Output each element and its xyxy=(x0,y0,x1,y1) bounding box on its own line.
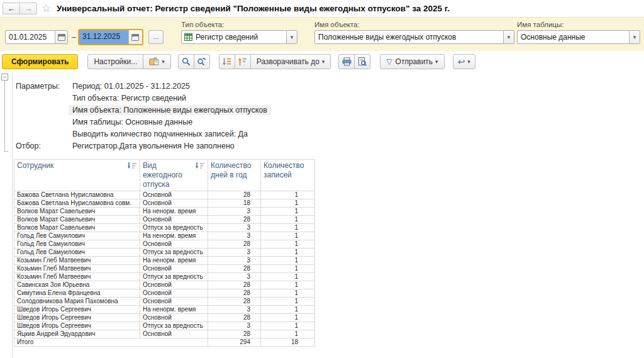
table-name-dropdown[interactable]: Основные данные ▾ xyxy=(517,30,640,44)
table-row[interactable]: Бажова Светлана Нурисламовна совм.Основн… xyxy=(14,199,315,208)
parameter-value[interactable]: Тип объекта: Регистр сведений xyxy=(72,94,186,103)
related-reports-button[interactable]: ↩ ▾ xyxy=(453,54,475,69)
days-cell[interactable]: 3 xyxy=(208,208,261,216)
days-cell[interactable]: 3 xyxy=(208,306,261,314)
employee-cell[interactable]: Гольд Лев Самуилович xyxy=(14,249,140,257)
parameter-line[interactable]: Выводить количество подчиненных записей:… xyxy=(16,128,271,140)
vacation-type-cell[interactable]: Основной xyxy=(140,199,208,208)
records-cell[interactable]: 1 xyxy=(261,314,315,322)
object-name-dropdown[interactable]: Положенные виды ежегодных отпусков ▾ xyxy=(314,30,514,44)
table-row[interactable]: Гольд Лев СамуиловичНа ненорм. время31 xyxy=(14,232,315,240)
records-cell[interactable]: 1 xyxy=(261,322,315,330)
print-button[interactable] xyxy=(338,54,355,69)
total-row[interactable]: Итого 294 18 xyxy=(14,338,315,347)
print-preview-button[interactable] xyxy=(354,54,370,69)
days-cell[interactable]: 28 xyxy=(208,216,261,224)
total-days-cell[interactable]: 294 xyxy=(208,338,261,347)
records-cell[interactable]: 1 xyxy=(261,289,315,298)
forward-button[interactable]: → xyxy=(19,3,37,14)
vacation-type-cell[interactable]: На ненорм. время xyxy=(140,306,208,314)
employee-cell[interactable]: Волков Марат Савельевич xyxy=(14,216,140,224)
records-cell[interactable]: 1 xyxy=(261,330,315,338)
favorite-star-icon[interactable]: ☆ xyxy=(42,2,51,15)
employee-cell[interactable]: Бажова Светлана Нурисламовна xyxy=(14,191,140,199)
table-name-value[interactable]: Основные данные xyxy=(518,31,629,43)
table-row[interactable]: Шведов Игорь СергеевичОтпуск за вредност… xyxy=(14,322,315,330)
records-cell[interactable]: 1 xyxy=(261,249,315,257)
employee-cell[interactable]: Савинская Зоя Юрьевна xyxy=(14,281,140,289)
parameter-value-selected[interactable]: Имя объекта: Положенные виды ежегодных о… xyxy=(69,105,271,115)
calendar-button[interactable] xyxy=(128,30,141,44)
chevron-down-icon[interactable]: ▾ xyxy=(503,31,514,43)
parameter-line[interactable]: Тип объекта: Регистр сведений xyxy=(16,92,271,104)
records-cell[interactable]: 1 xyxy=(261,191,315,199)
period-to-field[interactable]: 31.12.2025 xyxy=(78,29,143,45)
days-cell[interactable]: 28 xyxy=(208,330,261,338)
vacation-type-cell[interactable]: Основной xyxy=(140,298,208,306)
vacation-type-cell[interactable]: Основной xyxy=(140,330,208,338)
vacation-type-cell[interactable]: Отпуск за вредность xyxy=(140,322,208,330)
records-cell[interactable]: 1 xyxy=(261,199,315,208)
vacation-type-cell[interactable]: Основной xyxy=(140,191,208,199)
calendar-button[interactable] xyxy=(55,31,67,43)
parameter-line[interactable]: Параметры:Период: 01.01.2025 - 31.12.202… xyxy=(16,81,271,92)
employee-cell[interactable]: Яцкив Андрей Эдуардович xyxy=(14,330,140,338)
employee-cell[interactable]: Гольд Лев Самуилович xyxy=(14,232,140,240)
column-header-days-per-year[interactable]: Количество дней в год xyxy=(208,160,261,191)
parameter-line[interactable]: Имя объекта: Положенные виды ежегодных о… xyxy=(16,104,271,116)
table-row[interactable]: Волков Марат СавельевичОтпуск за вреднос… xyxy=(14,224,315,232)
vacation-type-cell[interactable]: Отпуск за вредность xyxy=(140,224,208,232)
filter-line[interactable]: Отбор:Регистратор.Дата увольнения Не зап… xyxy=(16,140,271,152)
days-cell[interactable]: 3 xyxy=(208,224,261,232)
days-cell[interactable]: 28 xyxy=(208,191,261,199)
records-cell[interactable]: 1 xyxy=(261,298,315,306)
table-row[interactable]: Шведов Игорь СергеевичОсновной281 xyxy=(14,314,315,322)
search-next-button[interactable] xyxy=(194,54,210,69)
table-row[interactable]: Козьмин Глеб МатвеевичНа ненорм. время31 xyxy=(14,257,315,265)
column-header-vacation-type[interactable]: Вид ежегодного отпуска xyxy=(140,160,208,191)
back-button[interactable]: ← xyxy=(3,3,20,14)
days-cell[interactable]: 18 xyxy=(208,199,261,208)
days-cell[interactable]: 28 xyxy=(208,240,261,249)
period-from-field[interactable]: 01.01.2025 xyxy=(5,30,68,44)
vacation-type-cell[interactable]: Основной xyxy=(140,289,208,298)
records-cell[interactable]: 1 xyxy=(261,281,315,289)
employee-cell[interactable]: Бажова Светлана Нурисламовна совм. xyxy=(14,199,140,208)
days-cell[interactable]: 3 xyxy=(208,273,261,281)
chevron-down-icon[interactable]: ▾ xyxy=(286,31,297,43)
days-cell[interactable]: 28 xyxy=(208,265,261,273)
parameter-value[interactable]: Период: 01.01.2025 - 31.12.2025 xyxy=(72,82,190,91)
total-records-cell[interactable]: 18 xyxy=(261,338,315,347)
column-header-employee[interactable]: Сотрудник xyxy=(14,160,140,191)
collapse-group-toggle[interactable]: − xyxy=(1,74,8,81)
table-row[interactable]: Козьмин Глеб МатвеевичОтпуск за вредност… xyxy=(14,273,315,281)
filter-value[interactable]: Регистратор.Дата увольнения Не заполнено xyxy=(72,142,235,150)
employee-cell[interactable]: Козьмин Глеб Матвеевич xyxy=(14,273,140,281)
table-row[interactable]: Яцкив Андрей ЭдуардовичОсновной281 xyxy=(14,330,315,338)
parameter-value[interactable]: Имя таблицы: Основные данные xyxy=(72,118,192,126)
chevron-down-icon[interactable]: ▾ xyxy=(629,31,640,43)
vacation-type-cell[interactable]: На ненорм. время xyxy=(140,232,208,240)
days-cell[interactable]: 3 xyxy=(208,232,261,240)
vacation-type-cell[interactable]: Отпуск за вредность xyxy=(140,249,208,257)
employee-cell[interactable]: Шведов Игорь Сергеевич xyxy=(14,322,140,330)
records-cell[interactable]: 1 xyxy=(261,208,315,216)
records-cell[interactable]: 1 xyxy=(261,224,315,232)
employee-cell[interactable]: Гольд Лев Самуилович xyxy=(14,240,140,249)
column-header-record-count[interactable]: Количество записей xyxy=(261,160,315,191)
vacation-type-cell[interactable]: Отпуск за вредность xyxy=(140,273,208,281)
table-row[interactable]: Гольд Лев СамуиловичОтпуск за вредность3… xyxy=(14,249,315,257)
table-row[interactable]: Волков Марат СавельевичНа ненорм. время3… xyxy=(14,208,315,216)
records-cell[interactable]: 1 xyxy=(261,265,315,273)
records-cell[interactable]: 1 xyxy=(261,257,315,265)
vacation-type-cell[interactable]: На ненорм. время xyxy=(140,257,208,265)
table-row[interactable]: Козьмин Глеб МатвеевичОсновной281 xyxy=(14,265,315,273)
records-cell[interactable]: 1 xyxy=(261,232,315,240)
table-row[interactable]: Савинская Зоя ЮрьевнаОсновной281 xyxy=(14,281,315,289)
parameter-value[interactable]: Выводить количество подчиненных записей:… xyxy=(72,130,248,138)
employee-cell[interactable]: Солодовникова Мария Пахомовна xyxy=(14,298,140,306)
days-cell[interactable]: 3 xyxy=(208,322,261,330)
employee-cell[interactable]: Козьмин Глеб Матвеевич xyxy=(14,265,140,273)
table-row[interactable]: Симутина Елена ФранцевнаОсновной281 xyxy=(14,289,315,298)
records-cell[interactable]: 1 xyxy=(261,306,315,314)
